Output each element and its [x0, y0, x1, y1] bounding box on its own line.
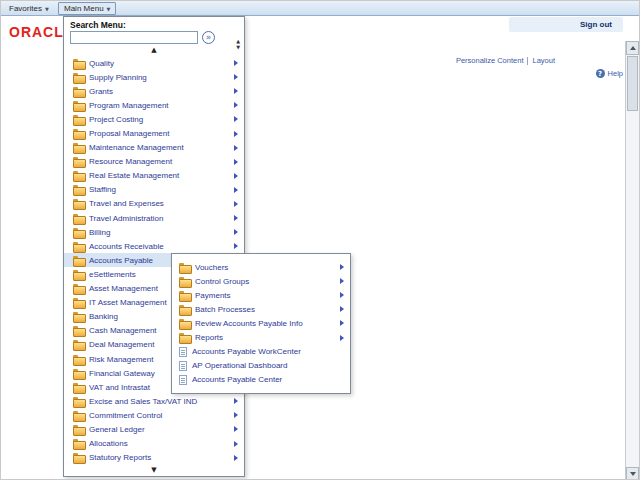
- menu-item[interactable]: Accounts Receivable: [64, 239, 244, 253]
- help-link[interactable]: ? Help: [596, 69, 623, 78]
- folder-icon: [73, 411, 84, 420]
- menu-item-label: Cash Management: [89, 326, 157, 335]
- folder-icon: [73, 425, 84, 434]
- menu-item[interactable]: General Ledger: [64, 422, 244, 436]
- folder-icon: [73, 157, 84, 166]
- menu-item[interactable]: Grants: [64, 84, 244, 98]
- menu-item[interactable]: Real Estate Management: [64, 169, 244, 183]
- menu-item[interactable]: Excise and Sales Tax/VAT IND: [64, 394, 244, 408]
- scrollbar-down-button[interactable]: [626, 467, 639, 480]
- menu-mini-scrollbar[interactable]: ▲ ▼: [236, 38, 240, 50]
- menu-item-label: Quality: [89, 59, 114, 68]
- submenu-item-label: Review Accounts Payable Info: [195, 319, 303, 328]
- menu-item-label: Deal Management: [89, 340, 154, 349]
- submenu-item-label: Control Groups: [195, 277, 249, 286]
- submenu-item[interactable]: Reports: [172, 330, 350, 344]
- submenu-item-label: Batch Processes: [195, 305, 255, 314]
- submenu-item[interactable]: Vouchers: [172, 260, 350, 274]
- menu-item-label: Maintenance Management: [89, 143, 184, 152]
- menu-item-label: eSettlements: [89, 270, 136, 279]
- submenu-arrow-icon: [234, 131, 238, 137]
- submenu-item-label: Accounts Payable WorkCenter: [192, 347, 301, 356]
- page-icon: [179, 361, 187, 371]
- menu-item-label: Financial Gateway: [89, 369, 155, 378]
- menu-item-label: Travel Administration: [89, 214, 163, 223]
- submenu-item[interactable]: Accounts Payable WorkCenter: [172, 345, 350, 359]
- menu-item-label: Banking: [89, 312, 118, 321]
- folder-icon: [73, 115, 84, 124]
- folder-icon: [73, 129, 84, 138]
- folder-icon: [73, 59, 84, 68]
- menu-item[interactable]: Statutory Reports: [64, 451, 244, 465]
- folder-icon: [73, 270, 84, 279]
- menu-item-label: Resource Management: [89, 157, 172, 166]
- menu-scroll-up-control[interactable]: ▲: [64, 45, 244, 56]
- scrollbar-up-button[interactable]: [626, 41, 639, 55]
- header-links-band: Sign out: [509, 17, 623, 32]
- folder-icon: [179, 333, 190, 342]
- search-menu-input[interactable]: [70, 31, 198, 44]
- folder-icon: [73, 326, 84, 335]
- menu-item[interactable]: Commitment Control: [64, 408, 244, 422]
- menu-item[interactable]: Travel Administration: [64, 211, 244, 225]
- submenu-arrow-icon: [234, 455, 238, 461]
- submenu-item[interactable]: Accounts Payable Center: [172, 373, 350, 387]
- submenu-arrow-icon: [234, 173, 238, 179]
- page-icon: [179, 375, 187, 385]
- menu-item-label: Accounts Payable: [89, 256, 153, 265]
- folder-icon: [73, 256, 84, 265]
- submenu-arrow-icon: [234, 187, 238, 193]
- menu-item[interactable]: Proposal Management: [64, 126, 244, 140]
- sign-out-link[interactable]: Sign out: [572, 20, 620, 29]
- menu-item[interactable]: Staffing: [64, 183, 244, 197]
- submenu-item[interactable]: AP Operational Dashboard: [172, 359, 350, 373]
- layout-link[interactable]: Layout: [532, 56, 555, 65]
- search-go-button[interactable]: »: [202, 31, 215, 44]
- menu-item[interactable]: Maintenance Management: [64, 141, 244, 155]
- folder-icon: [73, 171, 84, 180]
- folder-icon: [73, 101, 84, 110]
- folder-icon: [73, 143, 84, 152]
- chevron-down-icon: ▼: [45, 6, 49, 12]
- submenu-item[interactable]: Payments: [172, 288, 350, 302]
- menu-item-label: Billing: [89, 228, 110, 237]
- personalize-content-link[interactable]: Personalize Content: [456, 56, 524, 65]
- menu-scroll-down-control[interactable]: ▼: [64, 465, 244, 476]
- menu-item-label: Asset Management: [89, 284, 158, 293]
- main-menu-dropdown: Search Menu: » ▲ ▼ ▲ Quality: [63, 16, 245, 477]
- favorites-menu-button[interactable]: Favorites ▼: [4, 2, 54, 15]
- menu-item[interactable]: Supply Planning: [64, 70, 244, 84]
- menu-item[interactable]: Project Costing: [64, 112, 244, 126]
- submenu-item[interactable]: Review Accounts Payable Info: [172, 316, 350, 330]
- folder-icon: [179, 263, 190, 272]
- folder-icon: [73, 383, 84, 392]
- submenu-item[interactable]: Control Groups: [172, 274, 350, 288]
- menu-item[interactable]: Billing: [64, 225, 244, 239]
- search-menu-label: Search Menu:: [70, 20, 238, 30]
- search-go-icon: »: [206, 33, 212, 42]
- menu-item-label: Staffing: [89, 185, 116, 194]
- menu-item-label: Project Costing: [89, 115, 143, 124]
- folder-icon: [73, 369, 84, 378]
- page-scrollbar[interactable]: [625, 41, 639, 480]
- scrollbar-thumb[interactable]: [627, 56, 638, 111]
- menu-item[interactable]: Resource Management: [64, 155, 244, 169]
- menu-item[interactable]: Travel and Expenses: [64, 197, 244, 211]
- scroll-down-icon[interactable]: ▼: [236, 44, 240, 50]
- menu-item[interactable]: Allocations: [64, 437, 244, 451]
- menu-item-label: Accounts Receivable: [89, 242, 164, 251]
- main-menu-button[interactable]: Main Menu ▼: [58, 2, 116, 15]
- top-menu-bar: Favorites ▼ Main Menu ▼: [1, 1, 640, 16]
- folder-icon: [73, 312, 84, 321]
- submenu-arrow-icon: [340, 335, 344, 341]
- folder-icon: [73, 340, 84, 349]
- submenu-list: Vouchers Control Groups Payments Batch P…: [172, 260, 350, 387]
- menu-item[interactable]: Quality: [64, 56, 244, 70]
- submenu-arrow-icon: [234, 88, 238, 94]
- submenu-item-label: Accounts Payable Center: [192, 375, 282, 384]
- folder-icon: [73, 228, 84, 237]
- submenu-item[interactable]: Batch Processes: [172, 302, 350, 316]
- submenu-arrow-icon: [340, 278, 344, 284]
- menu-item[interactable]: Program Management: [64, 98, 244, 112]
- scroll-down-icon: [630, 472, 636, 476]
